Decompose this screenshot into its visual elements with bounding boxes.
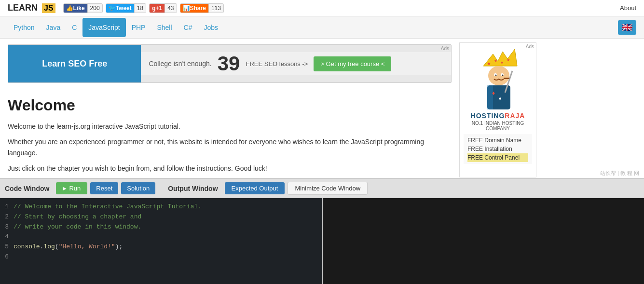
svg-text:★: ★ [487,61,491,66]
tweet-count: 18 [134,4,146,13]
sidebar: Ads ★ ★ ★ ★ [459,39,536,185]
facebook-button[interactable]: 👍 Like 200 [63,3,103,13]
ad-left: Learn SEO Free [8,45,141,82]
welcome-para3: Just click on the chapter you wish to be… [8,163,452,174]
ad-right: College isn't enough. 39 FREE SEO lesson… [141,52,451,75]
svg-text:★: ★ [500,60,504,65]
nav-python[interactable]: Python [8,18,41,37]
welcome-title: Welcome [8,96,452,114]
welcome-para2: Whether you are an experienced programme… [8,136,452,158]
watermark-text: 站长帮 | 教 程 网 [600,170,639,176]
nav-javascript[interactable]: JavaScript [82,18,125,37]
topbar-right: About [620,4,636,12]
ad-cta-button[interactable]: > Get my free course < [314,56,391,71]
svg-rect-15 [504,78,509,79]
navbar-right: 🇬🇧 [618,20,636,35]
bottom-panel: Code Window Run Reset Solution Output Wi… [0,178,644,185]
svg-text:♠: ♠ [499,95,502,101]
hosting-sub: NO.1 INDIAN HOSTING COMPANY [464,121,532,131]
svg-text:♦: ♦ [492,90,495,96]
solution-button[interactable]: Solution [121,182,155,185]
nav-csharp[interactable]: C# [178,18,198,37]
hosting-features: FREE Domain Name FREE Installation FREE … [464,134,532,164]
nav-java[interactable]: Java [41,18,67,37]
gplus-button[interactable]: g +1 43 [149,3,177,13]
share-button[interactable]: 📊 Share 113 [180,3,224,13]
feature1: FREE Domain Name [467,136,528,145]
svg-point-9 [502,75,504,76]
svg-rect-11 [487,85,493,109]
site-logo[interactable]: LEARN JS [8,3,55,13]
nav-jobs[interactable]: Jobs [198,18,224,37]
sidebar-ad: Ads ★ ★ ★ ★ [459,42,536,177]
nav-php[interactable]: PHP [126,18,151,37]
navbar: Python Java C JavaScript PHP Shell C# Jo… [0,16,644,39]
svg-point-8 [495,75,497,76]
topbar: LEARN JS 👍 Like 200 🐦 Tweet 18 g +1 43 📊… [0,0,644,16]
nav-shell[interactable]: Shell [151,18,178,37]
ad-number: 39 [218,52,240,75]
gplus-label: g +1 [150,4,164,13]
main-content: Learn SEO Free College isn't enough. 39 … [0,39,644,185]
nav-c[interactable]: C [66,18,82,37]
gplus-count: 43 [164,4,176,13]
welcome-section: Welcome Welcome to the learn-js.org inte… [8,89,452,185]
bottom-toolbar: Code Window Run Reset Solution Output Wi… [0,179,644,185]
svg-text:★: ★ [494,59,497,63]
minimize-button[interactable]: Minimize Code Window [288,182,368,185]
content-area: Learn SEO Free College isn't enough. 39 … [8,39,452,185]
share-count: 113 [208,4,223,13]
svg-text:★: ★ [507,58,510,62]
svg-point-5 [488,66,509,85]
run-button[interactable]: Run [56,182,87,185]
share-label: 📊 Share [180,4,208,13]
king-image: ★ ★ ★ ★ [469,47,527,109]
fb-label: 👍 Like [64,4,87,13]
ad-link-text: FREE SEO lessons -> [246,60,308,68]
sidebar-ad-label: Ads [526,44,534,49]
about-link[interactable]: About [620,4,636,12]
twitter-button[interactable]: 🐦 Tweet 18 [106,3,146,13]
watermark: 站长帮 | 教 程 网 [600,170,639,177]
tweet-label: 🐦 Tweet [106,4,134,13]
reset-button[interactable]: Reset [90,182,118,185]
hosting-raja-ad[interactable]: ★ ★ ★ ★ [462,45,534,166]
logo-js: JS [42,3,55,13]
ad-banner: Learn SEO Free College isn't enough. 39 … [8,44,452,83]
fb-count: 200 [87,4,102,13]
hosting-brand: HOSTINGRAJA [464,109,532,121]
welcome-para1: Welcome to the learn-js.org interactive … [8,121,452,132]
social-buttons: 👍 Like 200 🐦 Tweet 18 g +1 43 📊 Share 11… [63,3,224,13]
language-flag-button[interactable]: 🇬🇧 [618,20,636,35]
expected-output-button[interactable]: Expected Output [225,182,285,185]
logo-learn: LEARN [8,3,38,13]
feature3: FREE Control Panel [467,153,528,162]
ad-left-text: Learn SEO Free [42,59,107,69]
ad-body-text: College isn't enough. [149,60,211,68]
feature2: FREE Installation [467,145,528,153]
ad-label: Ads [441,46,449,51]
